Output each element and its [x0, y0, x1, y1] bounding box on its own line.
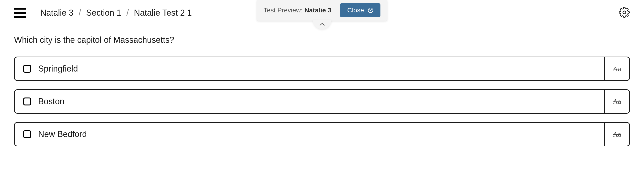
content: Which city is the capitol of Massachuset… — [0, 26, 644, 146]
option-label: Boston — [38, 97, 64, 106]
preview-name: Natalie 3 — [304, 6, 331, 14]
option-label: New Bedford — [38, 129, 87, 139]
option-strike-button[interactable]: Aa — [604, 89, 630, 114]
option-main[interactable]: New Bedford — [14, 122, 605, 146]
breadcrumb-item-3[interactable]: Natalie Test 2 1 — [134, 8, 192, 18]
preview-bar-inner: Test Preview: Natalie 3 Close — [257, 0, 387, 20]
option-main[interactable]: Boston — [14, 89, 605, 114]
preview-prefix: Test Preview: — [264, 6, 304, 14]
close-button-label: Close — [347, 6, 364, 14]
option-row: New Bedford Aa — [14, 122, 630, 146]
option-checkbox[interactable] — [23, 130, 31, 138]
option-strike-button[interactable]: Aa — [604, 122, 630, 146]
collapse-button[interactable] — [313, 20, 331, 29]
breadcrumb: Natalie 3 / Section 1 / Natalie Test 2 1 — [40, 8, 192, 18]
preview-label: Test Preview: Natalie 3 — [264, 6, 331, 14]
gear-icon — [619, 7, 630, 18]
option-checkbox[interactable] — [23, 65, 31, 73]
option-label: Springfield — [38, 64, 78, 74]
chevron-up-icon — [319, 23, 325, 26]
option-main[interactable]: Springfield — [14, 57, 605, 81]
strikethrough-icon: Aa — [613, 65, 621, 73]
settings-button[interactable] — [619, 7, 630, 19]
option-checkbox[interactable] — [23, 97, 31, 105]
strikethrough-icon: Aa — [613, 97, 621, 105]
question-text: Which city is the capitol of Massachuset… — [14, 35, 630, 45]
option-strike-button[interactable]: Aa — [604, 57, 630, 81]
preview-bar: Test Preview: Natalie 3 Close — [257, 0, 387, 29]
strikethrough-icon: Aa — [613, 130, 621, 138]
menu-button[interactable] — [14, 8, 26, 18]
breadcrumb-item-2[interactable]: Section 1 — [86, 8, 121, 18]
breadcrumb-sep: / — [126, 8, 129, 18]
close-icon — [368, 7, 374, 13]
breadcrumb-sep: / — [79, 8, 81, 18]
option-row: Springfield Aa — [14, 57, 630, 81]
collapse-arrow-wrap — [257, 20, 387, 29]
close-button[interactable]: Close — [340, 3, 380, 17]
svg-point-1 — [623, 11, 626, 14]
option-row: Boston Aa — [14, 89, 630, 114]
breadcrumb-item-1[interactable]: Natalie 3 — [40, 8, 74, 18]
